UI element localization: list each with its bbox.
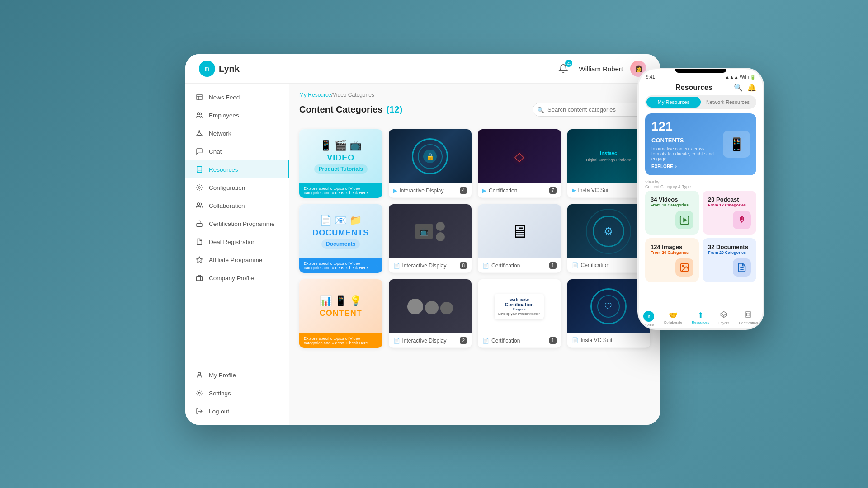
stat-card-documents[interactable]: 32 Documents From 20 Categories (703, 238, 756, 282)
image-card-8[interactable]: certificate Certification Program Develo… (478, 279, 561, 348)
sidebar-item-affiliate[interactable]: Affiliate Programme (185, 251, 289, 269)
image-card-7[interactable]: 📄 Interactive Display 2 (389, 279, 472, 348)
stat-card-images[interactable]: 124 Images From 20 Categories (645, 238, 699, 282)
card-image-5: 🖥 (478, 204, 561, 258)
tablet-body: News Feed Employees Network (185, 84, 660, 425)
svg-line-7 (197, 132, 199, 135)
phone-search-icon[interactable]: 🔍 (734, 83, 743, 92)
card-label-text-8: Certification (491, 338, 520, 344)
breadcrumb: My Resource/Video Categories (299, 92, 650, 98)
logo-icon: n (199, 61, 215, 77)
sidebar-item-company[interactable]: Company Profile (185, 269, 289, 287)
content-banner: 📊 📱 💡 CONTENT (299, 279, 382, 333)
documents-banner: 📄 📧 📁 DOCUMENTS Documents (299, 204, 382, 258)
sidebar-item-settings[interactable]: Settings (185, 384, 289, 402)
sidebar-item-network[interactable]: Network (185, 124, 289, 142)
phone-notch (675, 69, 726, 73)
stat-sub-podcast: From 12 Categories (708, 203, 751, 207)
svg-point-4 (199, 131, 200, 132)
configuration-icon (195, 183, 203, 192)
phone-logo-nav: n (643, 311, 654, 322)
phone-signals: ▲▲▲ WiFi 🔋 (725, 75, 755, 80)
certification-label: Certification Programme (209, 221, 275, 227)
certification-icon (195, 220, 203, 228)
category-card-documents[interactable]: 📄 📧 📁 DOCUMENTS Documents Explore specif… (299, 204, 382, 273)
search-input[interactable] (533, 103, 650, 117)
video-banner: 📱 🎬 📺 VIDEO Product Tutorials (299, 129, 382, 183)
view-by-label: View by Content Category & Type (639, 180, 763, 191)
phone-nav-certification[interactable]: Certification (739, 311, 758, 327)
image-card-1[interactable]: 🔒 ▶ Interactive Display 4 (389, 129, 472, 198)
sidebar-item-collaboration[interactable]: Collaboration (185, 197, 289, 215)
image-card-5[interactable]: 🖥 📄 Certification 1 (478, 204, 561, 273)
stat-card-podcast[interactable]: 20 Podcast From 12 Categories 🎙 (703, 191, 756, 235)
sidebar-item-logout[interactable]: Log out (185, 402, 289, 420)
card-image-4: 📺 (389, 204, 472, 258)
search-icon: 🔍 (537, 106, 544, 113)
sidebar-item-configuration[interactable]: Configuration (185, 178, 289, 197)
phone-bell-icon[interactable]: 🔔 (747, 83, 756, 92)
sidebar-item-newsfeed[interactable]: News Feed (185, 88, 289, 106)
phone-stat-grid: 34 Videos From 18 Categories 20 Podcast … (645, 191, 756, 282)
card-label-text: Interactive Display (400, 188, 444, 194)
phone-header: Resources 🔍 🔔 (639, 81, 763, 95)
svg-rect-12 (197, 223, 202, 226)
phone-title: Resources (675, 84, 712, 92)
tablet-header: n Lynk 23 William Robert 👩 (185, 54, 660, 84)
sidebar-item-deal[interactable]: Deal Registration (185, 233, 289, 251)
phone-nav-layers[interactable]: Layers (718, 311, 729, 327)
svg-point-11 (197, 203, 199, 205)
card-footer-7: 📄 Interactive Display 2 (389, 333, 472, 347)
svg-rect-0 (197, 94, 202, 100)
phone-explore-link[interactable]: EXPLORE » (651, 164, 715, 169)
svg-point-15 (198, 372, 200, 375)
page-title: Content Categories (12) (299, 104, 402, 115)
settings-label: Settings (209, 390, 231, 397)
phone: 9:41 ▲▲▲ WiFi 🔋 Resources 🔍 🔔 My Resourc… (637, 68, 764, 330)
stat-title-documents: 32 Documents (708, 244, 751, 250)
svg-point-10 (198, 187, 200, 188)
phone-tab-my-resources[interactable]: My Resources (646, 97, 701, 108)
category-card-video[interactable]: 📱 🎬 📺 VIDEO Product Tutorials Explore sp… (299, 129, 382, 198)
phone-banner-desc: Informative content across formats to ed… (651, 146, 715, 161)
svg-rect-26 (745, 312, 751, 317)
company-icon (195, 274, 203, 282)
image-card-2[interactable]: ◇ ▶ Certification 7 (478, 129, 561, 198)
svg-marker-19 (684, 218, 686, 221)
notification-bell[interactable]: 23 (555, 61, 571, 77)
chat-icon (195, 147, 203, 155)
banner-icons: 📱 🎬 📺 (320, 140, 362, 151)
stat-card-videos[interactable]: 34 Videos From 18 Categories (645, 191, 699, 235)
banner-footer-video: Explore specific topics of Video categor… (299, 183, 382, 198)
stat-sub-images: From 20 Categories (651, 250, 693, 255)
image-card-4[interactable]: 📺 📄 Interacti (389, 204, 472, 273)
tablet: n Lynk 23 William Robert 👩 (185, 54, 660, 425)
stat-icon-documents (733, 258, 751, 277)
network-icon (195, 129, 203, 137)
card-image-7 (389, 279, 472, 333)
card-footer-8: 📄 Certification 1 (478, 333, 561, 347)
sidebar-item-certification[interactable]: Certification Programme (185, 215, 289, 233)
sidebar-item-profile[interactable]: My Profile (185, 366, 289, 384)
phone-nav-home[interactable]: n Home (643, 311, 654, 327)
phone-nav: n Home 🤝 Collaborate ⬆ Resources Layers (639, 307, 763, 328)
category-card-content[interactable]: 📊 📱 💡 CONTENT Explore specific topics of… (299, 279, 382, 348)
scene: n Lynk 23 William Robert 👩 (185, 41, 683, 447)
phone-nav-resources[interactable]: ⬆ Resources (692, 311, 709, 327)
card-label-text-3: Insta VC Suit (578, 187, 610, 193)
svg-line-8 (199, 132, 202, 135)
doc-banner-icons: 📄 📧 📁 (320, 215, 362, 226)
breadcrumb-link[interactable]: My Resource (299, 92, 331, 98)
header-right: 23 William Robert 👩 (555, 61, 646, 77)
phone-nav-collaborate[interactable]: 🤝 Collaborate (664, 311, 682, 327)
sidebar-item-resources[interactable]: Resources (185, 160, 289, 178)
card-footer-1: ▶ Interactive Display 4 (389, 183, 472, 197)
phone-tab-network[interactable]: Network Resources (701, 97, 755, 108)
card-footer-4: 📄 Interactive Display 8 (389, 258, 472, 272)
phone-time: 9:41 (646, 75, 655, 80)
card-image-1: 🔒 (389, 129, 472, 183)
svg-point-21 (682, 265, 684, 267)
sidebar-item-employees[interactable]: Employees (185, 106, 289, 124)
sidebar-item-chat[interactable]: Chat (185, 142, 289, 160)
deal-label: Deal Registration (209, 239, 256, 245)
